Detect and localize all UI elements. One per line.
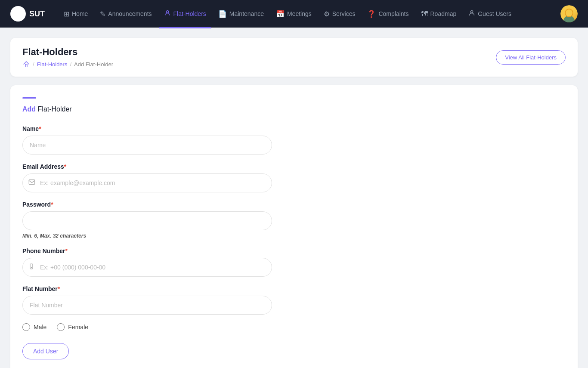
breadcrumb-sep-2: / bbox=[70, 61, 71, 68]
nav-item-home[interactable]: ⊞ Home bbox=[59, 6, 93, 22]
brand[interactable]: ∞ SUT bbox=[10, 6, 45, 22]
name-input[interactable] bbox=[22, 136, 272, 155]
nav-label-announcements: Announcements bbox=[108, 10, 152, 17]
phone-required: * bbox=[65, 247, 68, 254]
nav-label-services: Services bbox=[332, 10, 356, 17]
avatar[interactable] bbox=[560, 5, 578, 22]
nav-label-complaints: Complaints bbox=[378, 10, 409, 17]
nav-item-roadmap[interactable]: 🗺 Roadmap bbox=[416, 6, 462, 21]
home-breadcrumb-icon[interactable] bbox=[22, 60, 30, 68]
password-label-text: Password bbox=[22, 201, 51, 208]
gender-male-radio[interactable] bbox=[22, 323, 30, 331]
view-all-flat-holders-button[interactable]: View All Flat-Holders bbox=[496, 50, 566, 65]
page-header-card: Flat-Holders / Flat-Holders / Add Flat-H… bbox=[10, 38, 578, 77]
email-required: * bbox=[64, 163, 66, 170]
email-input-wrapper bbox=[22, 173, 272, 192]
brand-logo-symbol: ∞ bbox=[15, 10, 20, 18]
nav-item-services[interactable]: ⚙ Services bbox=[319, 6, 361, 22]
form-title-accent: Add bbox=[22, 105, 36, 113]
flat-number-label: Flat Number* bbox=[22, 285, 566, 292]
password-hint: Min. 6, Max. 32 characters bbox=[22, 233, 566, 239]
email-label-text: Email Address bbox=[22, 163, 64, 170]
nav-label-flat-holders: Flat-Holders bbox=[173, 10, 206, 17]
name-label: Name* bbox=[22, 125, 566, 132]
form-title-rest: Flat-Holder bbox=[36, 105, 72, 113]
page-header-left: Flat-Holders / Flat-Holders / Add Flat-H… bbox=[22, 46, 113, 68]
guest-users-nav-icon bbox=[468, 9, 475, 18]
nav-items: ⊞ Home ✎ Announcements Flat-Holders 📄 Ma… bbox=[59, 6, 560, 22]
password-required: * bbox=[51, 201, 53, 208]
nav-label-maintenance: Maintenance bbox=[229, 10, 264, 17]
home-nav-icon: ⊞ bbox=[64, 10, 69, 18]
phone-label: Phone Number* bbox=[22, 247, 566, 254]
announcements-nav-icon: ✎ bbox=[100, 10, 105, 18]
maintenance-nav-icon: 📄 bbox=[218, 10, 227, 18]
gender-radio-group: Male Female bbox=[22, 323, 566, 331]
nav-label-meetings: Meetings bbox=[287, 10, 312, 17]
gender-male-label[interactable]: Male bbox=[22, 323, 46, 331]
roadmap-nav-icon: 🗺 bbox=[421, 10, 428, 18]
form-accent-line bbox=[22, 97, 36, 99]
breadcrumb-add-flat-holder: Add Flat-Holder bbox=[74, 61, 113, 68]
nav-label-guest-users: Guest Users bbox=[478, 10, 511, 17]
email-label: Email Address* bbox=[22, 163, 566, 170]
gender-male-text: Male bbox=[34, 324, 46, 331]
phone-input-wrapper bbox=[22, 258, 272, 277]
gender-female-radio[interactable] bbox=[57, 323, 65, 331]
nav-item-guest-users[interactable]: Guest Users bbox=[463, 6, 517, 22]
phone-input[interactable] bbox=[22, 258, 272, 277]
brand-name: SUT bbox=[29, 9, 45, 19]
nav-item-announcements[interactable]: ✎ Announcements bbox=[95, 6, 157, 22]
name-required: * bbox=[39, 125, 41, 132]
flat-number-required: * bbox=[58, 285, 60, 292]
password-field-group: Password* Min. 6, Max. 32 characters bbox=[22, 201, 566, 239]
breadcrumb-sep-1: / bbox=[33, 61, 34, 68]
svg-point-0 bbox=[166, 11, 168, 13]
meetings-nav-icon: 📅 bbox=[276, 10, 285, 18]
name-field-group: Name* bbox=[22, 125, 566, 155]
add-user-button[interactable]: Add User bbox=[22, 343, 69, 359]
form-title: Add Flat-Holder bbox=[22, 105, 566, 113]
nav-item-meetings[interactable]: 📅 Meetings bbox=[271, 6, 317, 22]
complaints-nav-icon: ❓ bbox=[367, 10, 376, 18]
svg-point-1 bbox=[471, 11, 473, 13]
flat-holders-nav-icon bbox=[164, 9, 171, 18]
nav-item-flat-holders[interactable]: Flat-Holders bbox=[159, 6, 211, 22]
email-field-group: Email Address* bbox=[22, 163, 566, 192]
gender-female-text: Female bbox=[68, 324, 88, 331]
phone-field-group: Phone Number* bbox=[22, 247, 566, 277]
navbar: ∞ SUT ⊞ Home ✎ Announcements Flat-Holder… bbox=[0, 0, 588, 28]
name-label-text: Name bbox=[22, 125, 39, 132]
services-nav-icon: ⚙ bbox=[324, 10, 330, 18]
password-input[interactable] bbox=[22, 211, 272, 230]
nav-item-complaints[interactable]: ❓ Complaints bbox=[362, 6, 414, 22]
email-input[interactable] bbox=[22, 173, 272, 192]
phone-label-text: Phone Number bbox=[22, 247, 65, 254]
nav-label-roadmap: Roadmap bbox=[430, 10, 457, 17]
page-title: Flat-Holders bbox=[22, 46, 113, 58]
nav-item-maintenance[interactable]: 📄 Maintenance bbox=[213, 6, 269, 22]
flat-number-label-text: Flat Number bbox=[22, 285, 58, 292]
avatar-image bbox=[560, 5, 578, 22]
form-card: Add Flat-Holder Name* Email Address* bbox=[10, 85, 578, 368]
password-label: Password* bbox=[22, 201, 566, 208]
breadcrumb: / Flat-Holders / Add Flat-Holder bbox=[22, 60, 113, 68]
brand-logo: ∞ bbox=[10, 6, 26, 22]
flat-number-input[interactable] bbox=[22, 296, 272, 315]
flat-number-field-group: Flat Number* bbox=[22, 285, 566, 315]
breadcrumb-flat-holders[interactable]: Flat-Holders bbox=[37, 61, 68, 68]
nav-label-home: Home bbox=[72, 10, 88, 17]
gender-female-label[interactable]: Female bbox=[57, 323, 88, 331]
main-content: Flat-Holders / Flat-Holders / Add Flat-H… bbox=[0, 28, 588, 368]
